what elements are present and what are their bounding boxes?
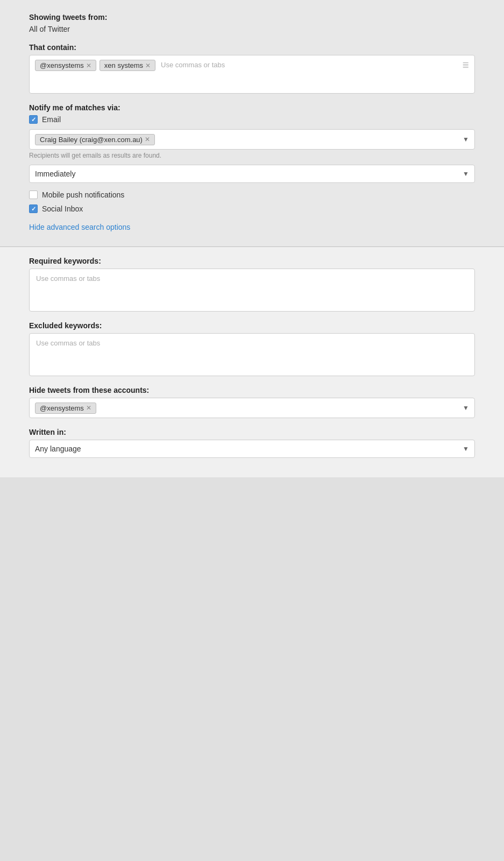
excluded-keywords-input[interactable]: Use commas or tabs bbox=[29, 333, 475, 376]
hide-advanced-container: Hide advanced search options bbox=[29, 223, 475, 231]
social-inbox-row[interactable]: Social Inbox bbox=[29, 204, 475, 213]
tag-xensystems-close[interactable]: ✕ bbox=[86, 62, 91, 69]
notify-label: Notify me of matches via: bbox=[29, 103, 475, 112]
excluded-keywords-section: Excluded keywords: Use commas or tabs bbox=[29, 321, 475, 376]
tag-text: xen systems bbox=[104, 61, 143, 69]
contain-label: That contain: bbox=[29, 43, 475, 52]
frequency-select[interactable]: Immediately ▼ bbox=[29, 165, 475, 183]
email-checkbox-row[interactable]: Email bbox=[29, 115, 475, 124]
showing-label: Showing tweets from: bbox=[29, 13, 475, 22]
frequency-arrow: ▼ bbox=[463, 170, 469, 178]
contain-placeholder: Use commas or tabs bbox=[159, 60, 227, 70]
advanced-panel: Required keywords: Use commas or tabs Ex… bbox=[0, 247, 504, 477]
recipient-dropdown-arrow: ▼ bbox=[463, 136, 469, 143]
hide-tweets-tag[interactable]: @xensystems ✕ bbox=[35, 403, 96, 414]
tag-xen-systems[interactable]: xen systems ✕ bbox=[100, 60, 155, 71]
mobile-push-row[interactable]: Mobile push notifications bbox=[29, 190, 475, 199]
social-inbox-checkbox[interactable] bbox=[29, 204, 38, 213]
recipient-select[interactable]: Craig Bailey (craig@xen.com.au) ✕ ▼ bbox=[29, 129, 475, 150]
recipient-tag-close[interactable]: ✕ bbox=[145, 136, 150, 143]
tag-xen-systems-close[interactable]: ✕ bbox=[145, 62, 151, 69]
main-panel: Showing tweets from: All of Twitter That… bbox=[0, 0, 504, 246]
frequency-value: Immediately bbox=[35, 170, 75, 178]
recipient-tag[interactable]: Craig Bailey (craig@xen.com.au) ✕ bbox=[35, 134, 155, 145]
required-keywords-input[interactable]: Use commas or tabs bbox=[29, 269, 475, 312]
recipient-hint: Recipients will get emails as results ar… bbox=[29, 152, 475, 159]
tag-text: @xensystems bbox=[40, 61, 84, 69]
contain-section: That contain: @xensystems ✕ xen systems … bbox=[29, 43, 475, 94]
required-keywords-section: Required keywords: Use commas or tabs bbox=[29, 257, 475, 312]
tag-xensystems[interactable]: @xensystems ✕ bbox=[35, 60, 96, 71]
showing-section: Showing tweets from: All of Twitter bbox=[29, 13, 475, 33]
written-in-value: Any language bbox=[35, 444, 81, 453]
written-in-select[interactable]: Any language ▼ bbox=[29, 440, 475, 458]
mobile-push-checkbox[interactable] bbox=[29, 190, 38, 199]
excluded-keywords-label: Excluded keywords: bbox=[29, 321, 475, 330]
hide-tweets-arrow: ▼ bbox=[463, 404, 469, 412]
list-icon: ≣ bbox=[462, 60, 469, 70]
hide-tweets-tag-close[interactable]: ✕ bbox=[86, 405, 91, 411]
required-keywords-placeholder: Use commas or tabs bbox=[36, 274, 100, 283]
showing-value: All of Twitter bbox=[29, 25, 70, 33]
hide-tweets-label: Hide tweets from these accounts: bbox=[29, 386, 475, 394]
social-inbox-label: Social Inbox bbox=[42, 204, 83, 213]
hide-advanced-link[interactable]: Hide advanced search options bbox=[29, 223, 130, 231]
email-checkbox[interactable] bbox=[29, 115, 38, 124]
written-in-label: Written in: bbox=[29, 428, 475, 436]
excluded-keywords-placeholder: Use commas or tabs bbox=[36, 339, 100, 347]
hide-tweets-tag-text: @xensystems bbox=[40, 404, 84, 412]
hide-tweets-section: Hide tweets from these accounts: @xensys… bbox=[29, 386, 475, 418]
mobile-push-label: Mobile push notifications bbox=[42, 190, 124, 199]
required-keywords-label: Required keywords: bbox=[29, 257, 475, 265]
written-in-section: Written in: Any language ▼ bbox=[29, 428, 475, 458]
email-label: Email bbox=[42, 115, 61, 124]
recipient-value: Craig Bailey (craig@xen.com.au) bbox=[40, 136, 143, 144]
contain-tag-input[interactable]: @xensystems ✕ xen systems ✕ Use commas o… bbox=[29, 55, 475, 94]
written-in-arrow: ▼ bbox=[463, 445, 469, 453]
notify-section: Notify me of matches via: Email Craig Ba… bbox=[29, 103, 475, 213]
hide-tweets-select[interactable]: @xensystems ✕ ▼ bbox=[29, 398, 475, 418]
